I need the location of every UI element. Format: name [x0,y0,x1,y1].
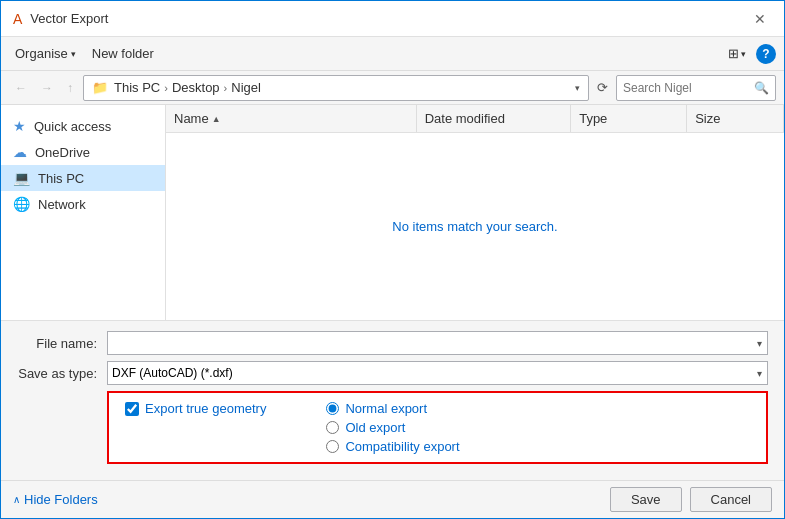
main-content: ★ Quick access ☁ OneDrive 💻 This PC 🌐 Ne… [1,105,784,320]
back-button[interactable]: ← [9,78,33,98]
radio-compatibility-label: Compatibility export [345,439,459,454]
save-as-type-wrapper: DXF (AutoCAD) (*.dxf) ▾ [107,361,768,385]
cancel-button[interactable]: Cancel [690,487,772,512]
options-box: Export true geometry Normal export Old e… [107,391,768,464]
hide-folders-button[interactable]: ∧ Hide Folders [13,492,98,507]
radio-normal-label: Normal export [345,401,427,416]
chevron-down-icon: ▾ [71,49,76,59]
sidebar-label-onedrive: OneDrive [35,145,90,160]
file-area: Name ▲ Date modified Type Size No items … [166,105,784,320]
path-chevron-icon: ▾ [575,83,580,93]
new-folder-label: New folder [92,46,154,61]
export-geometry-option: Export true geometry [125,401,266,454]
search-box: 🔍 [616,75,776,101]
path-separator-2: › [224,82,228,94]
address-box[interactable]: 📁 This PC › Desktop › Nigel ▾ [83,75,589,101]
sidebar-item-this-pc[interactable]: 💻 This PC [1,165,165,191]
up-button[interactable]: ↑ [61,78,79,98]
cloud-icon: ☁ [13,144,27,160]
addressbar: ← → ↑ 📁 This PC › Desktop › Nigel ▾ ⟳ 🔍 [1,71,784,105]
folder-icon: 📁 [92,80,108,95]
refresh-button[interactable]: ⟳ [593,78,612,97]
footer-buttons: Save Cancel [610,487,772,512]
search-icon: 🔍 [754,81,769,95]
address-path: This PC › Desktop › Nigel [114,80,569,95]
export-true-geometry-label[interactable]: Export true geometry [125,401,266,416]
path-part-desktop: Desktop [172,80,220,95]
column-headers: Name ▲ Date modified Type Size [166,105,784,133]
sidebar-item-quick-access[interactable]: ★ Quick access [1,113,165,139]
file-list: No items match your search. [166,133,784,320]
help-button[interactable]: ? [756,44,776,64]
export-type-radio-group: Normal export Old export Compatibility e… [326,401,459,454]
star-icon: ★ [13,118,26,134]
filename-row: File name: ▾ [17,331,768,355]
col-date-label: Date modified [425,111,505,126]
organise-label: Organise [15,46,68,61]
sort-icon: ▲ [212,114,221,124]
filename-label: File name: [17,336,107,351]
sidebar-item-network[interactable]: 🌐 Network [1,191,165,217]
export-true-geometry-text: Export true geometry [145,401,266,416]
network-icon: 🌐 [13,196,30,212]
col-header-name[interactable]: Name ▲ [166,105,417,132]
col-name-label: Name [174,111,209,126]
view-icon: ⊞ [728,46,739,61]
radio-normal-export[interactable]: Normal export [326,401,459,416]
chevron-down-icon: ∧ [13,494,20,505]
col-header-type[interactable]: Type [571,105,687,132]
hide-folders-label: Hide Folders [24,492,98,507]
pc-icon: 💻 [13,170,30,186]
radio-normal-input[interactable] [326,402,339,415]
sidebar-label-quick-access: Quick access [34,119,111,134]
search-input[interactable] [623,81,750,95]
empty-message: No items match your search. [392,219,557,234]
col-header-size[interactable]: Size [687,105,784,132]
radio-old-input[interactable] [326,421,339,434]
vector-export-dialog: A Vector Export ✕ Organise ▾ New folder … [0,0,785,519]
path-part-thispc: This PC [114,80,160,95]
filename-input[interactable] [107,331,768,355]
view-chevron-icon: ▾ [741,49,746,59]
save-as-type-label: Save as type: [17,366,107,381]
view-options-button[interactable]: ⊞ ▾ [722,43,752,64]
sidebar-item-onedrive[interactable]: ☁ OneDrive [1,139,165,165]
titlebar: A Vector Export ✕ [1,1,784,37]
filename-wrapper: ▾ [107,331,768,355]
save-as-type-select[interactable]: DXF (AutoCAD) (*.dxf) [107,361,768,385]
col-header-date[interactable]: Date modified [417,105,572,132]
save-as-type-row: Save as type: DXF (AutoCAD) (*.dxf) ▾ [17,361,768,385]
path-separator-1: › [164,82,168,94]
app-icon: A [13,11,22,27]
sidebar-label-this-pc: This PC [38,171,84,186]
close-button[interactable]: ✕ [748,9,772,29]
bottom-panel: File name: ▾ Save as type: DXF (AutoCAD)… [1,320,784,480]
forward-button[interactable]: → [35,78,59,98]
organise-button[interactable]: Organise ▾ [9,42,82,65]
radio-compatibility-input[interactable] [326,440,339,453]
col-size-label: Size [695,111,720,126]
window-title: Vector Export [30,11,108,26]
export-true-geometry-checkbox[interactable] [125,402,139,416]
sidebar-label-network: Network [38,197,86,212]
save-button[interactable]: Save [610,487,682,512]
radio-old-export[interactable]: Old export [326,420,459,435]
radio-old-label: Old export [345,420,405,435]
top-toolbar: Organise ▾ New folder ⊞ ▾ ? [1,37,784,71]
radio-compatibility-export[interactable]: Compatibility export [326,439,459,454]
sidebar: ★ Quick access ☁ OneDrive 💻 This PC 🌐 Ne… [1,105,166,320]
new-folder-button[interactable]: New folder [86,42,160,65]
nav-buttons: ← → ↑ [9,78,79,98]
path-part-nigel: Nigel [231,80,261,95]
footer: ∧ Hide Folders Save Cancel [1,480,784,518]
col-type-label: Type [579,111,607,126]
